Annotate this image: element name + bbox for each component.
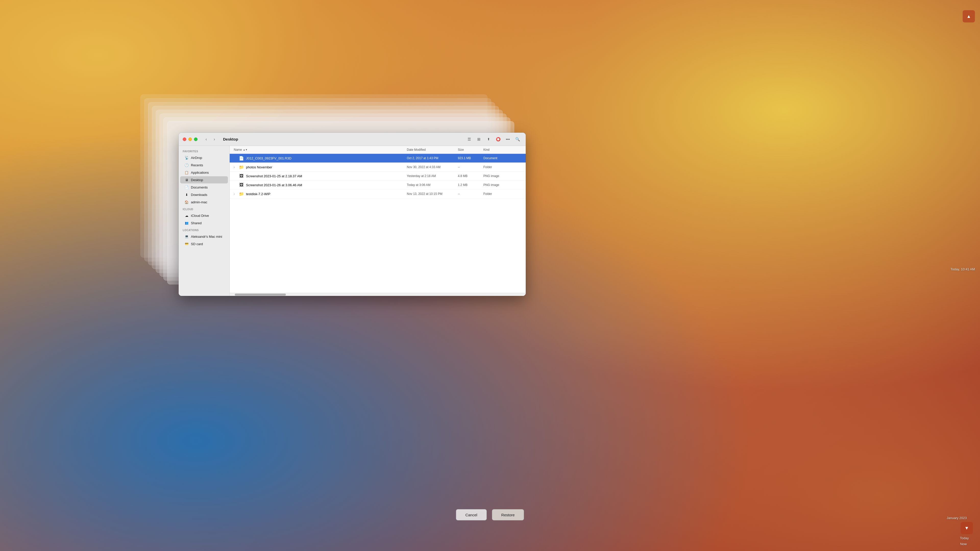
action-button[interactable]: •••	[504, 136, 512, 143]
image-icon: 🖼	[239, 183, 244, 187]
sidebar-item-admin-mac[interactable]: 🏠 admin-mac	[180, 198, 228, 206]
tag-icon: ⭕	[496, 137, 501, 141]
expand-arrow: ›	[234, 192, 237, 195]
column-name-header[interactable]: Name ▲▼	[234, 148, 407, 151]
timeline-current-time: Today, 10:41 AM	[950, 267, 975, 271]
applications-icon: 📋	[184, 170, 189, 175]
table-row[interactable]: › 📁 photos November Nov 30, 2022 at 4:33…	[230, 163, 526, 171]
sidebar-item-shared[interactable]: 👥 Shared	[180, 219, 228, 227]
column-date-header[interactable]: Date Modified	[407, 148, 458, 151]
sidebar-item-icloud-drive[interactable]: ☁ iCloud Drive	[180, 212, 228, 219]
timeline-today-label: Today	[960, 536, 969, 540]
search-icon: 🔍	[515, 137, 520, 141]
file-size: --	[458, 192, 484, 196]
folder-icon: 📁	[239, 165, 244, 170]
sidebar-item-label: AirDrop	[191, 156, 202, 160]
file-date: Yesterday at 2:18 AM	[407, 174, 458, 178]
share-button[interactable]: ⬆	[484, 136, 493, 143]
file-name-cell: › 📁 testdisk-7.2-WIP	[234, 191, 407, 197]
column-kind-header[interactable]: Kind	[484, 148, 522, 151]
file-name-cell: › 📁 photos November	[234, 165, 407, 170]
minimize-button[interactable]	[188, 138, 192, 141]
expand-arrow: ›	[234, 166, 237, 168]
tag-button[interactable]: ⭕	[494, 136, 502, 143]
scrollbar-thumb[interactable]	[235, 294, 286, 295]
sidebar-locations-label: Locations	[179, 227, 229, 233]
airdrop-icon: 📡	[184, 156, 189, 160]
sidebar-item-airdrop[interactable]: 📡 AirDrop	[180, 154, 228, 161]
file-size: 4.8 MB	[458, 174, 484, 178]
sd-card-icon: 💳	[184, 241, 189, 246]
sidebar-item-label: Desktop	[191, 178, 203, 182]
toolbar-actions: ☰ ⊞ ⬆ ⭕ ••• 🔍	[465, 136, 522, 143]
file-date: Today at 3:06 AM	[407, 183, 458, 187]
search-button[interactable]: 🔍	[514, 136, 522, 143]
file-kind: Folder	[484, 165, 522, 169]
file-size: 923.1 MB	[458, 156, 484, 160]
cancel-button[interactable]: Cancel	[456, 509, 487, 520]
timeline-scroll-up-button[interactable]: ▲	[963, 10, 975, 22]
fullscreen-button[interactable]	[194, 138, 197, 141]
file-name: J012_C003_0923FV_001.R3D	[246, 156, 291, 160]
timeline-middle: Today, 10:41 AM	[950, 267, 975, 271]
file-date: Nov 13, 2022 at 10:15 PM	[407, 192, 458, 196]
sidebar-item-label: Documents	[191, 186, 208, 189]
shared-icon: 👥	[184, 221, 189, 225]
share-icon: ⬆	[487, 137, 490, 141]
back-button[interactable]: ‹	[203, 136, 210, 143]
traffic-lights	[183, 138, 197, 141]
sidebar-item-recents[interactable]: 🕐 Recents	[180, 162, 228, 168]
sidebar-item-label: SD card	[191, 242, 203, 246]
file-name: photos November	[246, 165, 272, 169]
sidebar: Favorites 📡 AirDrop 🕐 Recents 📋 Applicat…	[179, 146, 230, 296]
file-name-cell: 📄 J012_C003_0923FV_001.R3D	[234, 156, 407, 161]
file-size: --	[458, 165, 484, 169]
timeline-now-label: Now	[960, 542, 967, 546]
column-date-label: Date Modified	[407, 148, 426, 151]
sidebar-item-mac-mini[interactable]: 💻 Aleksandr's Mac mini	[180, 233, 228, 240]
horizontal-scrollbar[interactable]	[230, 293, 526, 296]
close-button[interactable]	[183, 138, 186, 141]
restore-button[interactable]: Restore	[492, 509, 524, 520]
sidebar-item-label: iCloud Drive	[191, 214, 209, 218]
sidebar-item-sd-card[interactable]: 💳 SD card	[180, 240, 228, 248]
nav-buttons: ‹ ›	[203, 136, 218, 143]
file-kind: PNG image	[484, 183, 522, 187]
file-size: 1.2 MB	[458, 183, 484, 187]
chevron-right-icon: ›	[213, 137, 215, 141]
sidebar-item-desktop[interactable]: 🖥 Desktop	[180, 176, 228, 183]
scroll-up-icon: ▲	[966, 14, 971, 19]
list-view-icon: ☰	[468, 137, 471, 141]
chevron-left-icon: ‹	[205, 137, 207, 141]
timeline-scroll-down-button[interactable]: ▼	[961, 522, 973, 534]
sidebar-item-label: Recents	[191, 163, 203, 167]
file-name: Screenshot 2023-01-26 at 3.06.46 AM	[246, 183, 302, 187]
grid-view-button[interactable]: ⊞	[475, 136, 483, 143]
file-list-header: Name ▲▼ Date Modified Size Kind	[230, 146, 526, 154]
window-title: Desktop	[223, 137, 238, 141]
icloud-icon: ☁	[184, 213, 189, 218]
table-row[interactable]: › 📁 testdisk-7.2-WIP Nov 13, 2022 at 10:…	[230, 189, 526, 198]
downloads-icon: ⬇	[184, 192, 189, 197]
sidebar-item-label: Applications	[191, 171, 209, 175]
list-view-button[interactable]: ☰	[465, 136, 473, 143]
sidebar-item-label: Downloads	[191, 193, 207, 197]
recents-icon: 🕐	[184, 163, 189, 167]
file-name-cell: 🖼 Screenshot 2023-01-26 at 3.06.46 AM	[234, 183, 407, 187]
forward-button[interactable]: ›	[211, 136, 218, 143]
sidebar-item-downloads[interactable]: ⬇ Downloads	[180, 191, 228, 198]
mac-mini-icon: 💻	[184, 234, 189, 239]
table-row[interactable]: 📄 J012_C003_0923FV_001.R3D Oct 2, 2017 a…	[230, 154, 526, 163]
sidebar-item-documents[interactable]: 📄 Documents	[180, 184, 228, 191]
scroll-down-icon: ▼	[964, 526, 969, 531]
file-date: Nov 30, 2022 at 4:33 AM	[407, 165, 458, 169]
timeline-month-label: January 2023	[947, 516, 967, 520]
table-row[interactable]: 🖼 Screenshot 2023-01-25 at 2.18.37 AM Ye…	[230, 171, 526, 181]
sidebar-item-applications[interactable]: 📋 Applications	[180, 169, 228, 176]
table-row[interactable]: 🖼 Screenshot 2023-01-26 at 3.06.46 AM To…	[230, 181, 526, 189]
sidebar-favorites-label: Favorites	[179, 148, 229, 154]
window-body: Favorites 📡 AirDrop 🕐 Recents 📋 Applicat…	[179, 146, 526, 296]
dialog-buttons: Cancel Restore	[456, 509, 524, 520]
file-list: Name ▲▼ Date Modified Size Kind	[230, 146, 526, 296]
column-size-header[interactable]: Size	[458, 148, 484, 151]
